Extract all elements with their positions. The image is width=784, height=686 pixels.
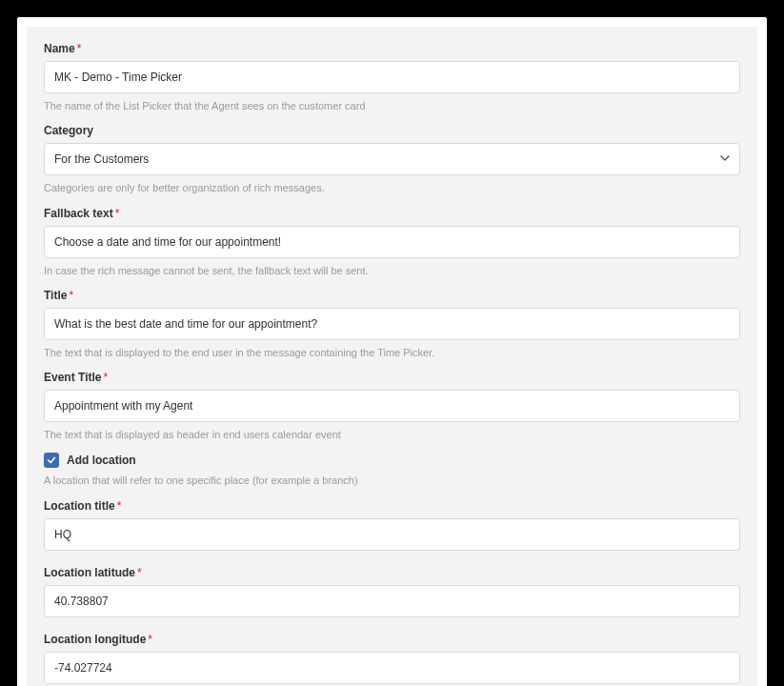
- field-add-location: Add location: [44, 453, 740, 468]
- event-title-help: The text that is displayed as header in …: [44, 428, 740, 441]
- field-latitude: Location latitude*: [44, 566, 740, 617]
- fallback-label: Fallback text*: [44, 207, 740, 220]
- category-select[interactable]: [44, 143, 740, 175]
- field-title: Title*: [44, 289, 740, 340]
- required-indicator: *: [103, 371, 108, 384]
- add-location-label: Add location: [67, 454, 136, 467]
- location-title-input[interactable]: [44, 518, 740, 551]
- name-label: Name*: [44, 42, 740, 55]
- add-location-help: A location that will refer to one specif…: [44, 474, 740, 487]
- location-title-label: Location title*: [44, 499, 740, 513]
- required-indicator: *: [77, 42, 82, 55]
- latitude-input[interactable]: [44, 585, 740, 617]
- required-indicator: *: [117, 499, 122, 513]
- required-indicator: *: [137, 566, 142, 579]
- required-indicator: *: [148, 633, 152, 646]
- longitude-label: Location longitude*: [44, 633, 740, 646]
- fallback-input[interactable]: [44, 226, 740, 258]
- event-title-label: Event Title*: [44, 371, 740, 384]
- field-fallback: Fallback text*: [44, 207, 740, 258]
- name-help: The name of the List Picker that the Age…: [44, 99, 740, 112]
- name-input[interactable]: [44, 61, 740, 93]
- required-indicator: *: [69, 289, 73, 302]
- field-name: Name*: [44, 42, 740, 93]
- field-event-title: Event Title*: [44, 371, 740, 422]
- field-category: Category: [44, 124, 740, 175]
- form-panel: Name* The name of the List Picker that t…: [27, 27, 757, 686]
- category-help: Categories are only for better organizat…: [44, 181, 740, 194]
- longitude-input[interactable]: [44, 652, 740, 684]
- title-help: The text that is displayed to the end us…: [44, 346, 740, 359]
- category-label: Category: [44, 124, 740, 137]
- fallback-help: In case the rich message cannot be sent,…: [44, 264, 740, 277]
- field-location-title: Location title*: [44, 499, 740, 551]
- add-location-checkbox[interactable]: [44, 453, 59, 468]
- field-longitude: Location longitude*: [44, 633, 740, 684]
- title-input[interactable]: [44, 308, 740, 340]
- event-title-input[interactable]: [44, 390, 740, 422]
- title-label: Title*: [44, 289, 740, 302]
- required-indicator: *: [115, 207, 120, 220]
- latitude-label: Location latitude*: [44, 566, 740, 579]
